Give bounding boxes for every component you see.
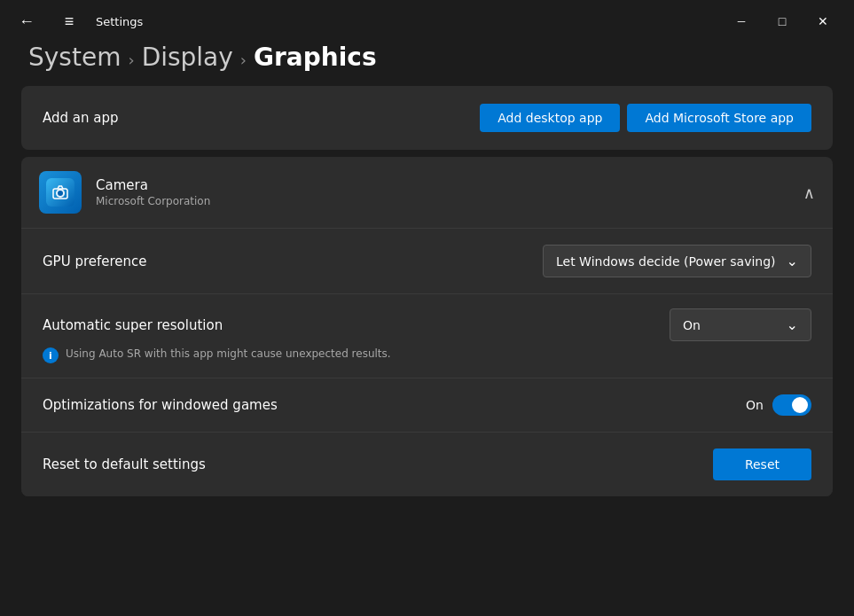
gpu-preference-label: GPU preference [43,253,147,269]
auto-sr-label: Automatic super resolution [43,317,223,333]
main-content: Add an app Add desktop app Add Microsoft… [0,86,854,496]
back-icon: ← [19,12,35,31]
auto-sr-dropdown-arrow-icon: ⌄ [787,316,798,333]
auto-sr-value: On [683,318,701,332]
windowed-games-row: Optimizations for windowed games On [21,378,833,432]
auto-sr-row: Automatic super resolution On ⌄ i Using … [21,293,833,378]
add-app-buttons: Add desktop app Add Microsoft Store app [480,104,811,132]
hamburger-button[interactable]: ≡ [53,5,85,37]
maximize-icon: □ [779,14,786,28]
breadcrumb-sep-1: › [128,51,134,69]
app-title: Settings [96,15,143,28]
add-desktop-app-button[interactable]: Add desktop app [480,104,620,132]
dropdown-arrow-icon: ⌄ [787,253,798,269]
camera-app-info: Camera Microsoft Corporation [96,177,210,207]
camera-app-header[interactable]: Camera Microsoft Corporation ∧ [21,157,833,228]
info-icon: i [43,347,59,363]
reset-button[interactable]: Reset [713,448,811,480]
minimize-icon: ─ [738,15,746,27]
breadcrumb: System › Display › Graphics [0,43,854,86]
gpu-preference-value: Let Windows decide (Power saving) [556,254,776,269]
breadcrumb-graphics: Graphics [254,43,377,72]
close-button[interactable]: ✕ [803,7,843,35]
close-icon: ✕ [818,14,828,28]
gpu-preference-dropdown[interactable]: Let Windows decide (Power saving) ⌄ [543,245,811,277]
camera-app-icon [39,171,82,214]
camera-app-card: Camera Microsoft Corporation ∧ GPU prefe… [21,157,833,496]
chevron-up-icon: ∧ [803,183,815,202]
minimize-button[interactable]: ─ [721,7,762,35]
auto-sr-description: Using Auto SR with this app might cause … [66,347,391,362]
breadcrumb-sep-2: › [240,51,247,69]
svg-point-2 [58,191,63,196]
windowed-games-label: Optimizations for windowed games [43,397,278,413]
reset-label: Reset to default settings [43,456,206,472]
camera-settings-section: GPU preference Let Windows decide (Power… [21,228,833,496]
add-app-section: Add an app Add desktop app Add Microsoft… [21,86,833,150]
auto-sr-dropdown[interactable]: On ⌄ [670,308,811,341]
breadcrumb-display[interactable]: Display [142,43,233,72]
hamburger-icon: ≡ [65,12,74,31]
windowed-games-value: On [746,398,764,412]
reset-row: Reset to default settings Reset [21,432,833,496]
windowed-games-toggle[interactable] [772,394,811,416]
title-bar: ← ≡ Settings ─ □ ✕ [0,0,854,43]
add-store-app-button[interactable]: Add Microsoft Store app [627,104,811,132]
add-app-label: Add an app [43,110,119,126]
back-button[interactable]: ← [11,5,43,37]
camera-app-name: Camera [96,177,210,193]
maximize-button[interactable]: □ [762,7,803,35]
breadcrumb-system[interactable]: System [28,43,121,72]
gpu-preference-row: GPU preference Let Windows decide (Power… [21,228,833,293]
camera-app-publisher: Microsoft Corporation [96,195,210,207]
windowed-games-toggle-container: On [746,394,811,416]
